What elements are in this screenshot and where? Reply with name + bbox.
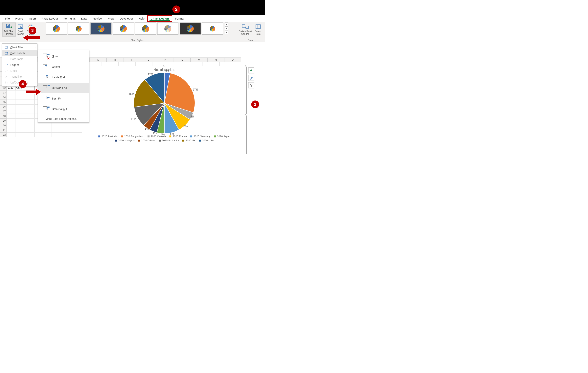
svg-rect-0 <box>6 24 10 28</box>
col-L[interactable]: L <box>174 58 190 62</box>
menu-center[interactable]: Center <box>38 61 89 72</box>
tab-insert[interactable]: Insert <box>26 16 39 21</box>
style-thumb-1[interactable] <box>46 22 67 35</box>
svg-rect-33 <box>46 75 48 76</box>
chart-styles-gallery[interactable]: ▲ ▼ ▾ <box>46 22 228 35</box>
svg-rect-21 <box>5 53 7 55</box>
menu-outside-end[interactable]: Outside End <box>38 83 89 93</box>
tab-help[interactable]: Help <box>136 16 147 21</box>
legend-item[interactable]: 2020 France <box>169 135 187 138</box>
style-thumb-2[interactable] <box>68 22 89 35</box>
tab-developer[interactable]: Developer <box>117 16 136 21</box>
menu-best-fit[interactable]: Best Fit <box>38 93 89 104</box>
legend-item[interactable]: 2020 USA <box>199 139 214 142</box>
svg-rect-14 <box>242 25 245 27</box>
label-3: 3% <box>165 70 169 73</box>
arrow-right-icon <box>25 88 43 97</box>
chart-elements-button[interactable]: + <box>248 67 254 73</box>
menu-none[interactable]: None <box>38 51 89 61</box>
label-4b: 4% <box>161 133 165 136</box>
col-J[interactable]: J <box>140 58 157 62</box>
add-chart-element-button[interactable]: + Add Chart Element <box>2 22 16 37</box>
tab-home[interactable]: Home <box>12 16 26 21</box>
style-thumb-3[interactable] <box>90 22 112 35</box>
menu-data-table: Data Table› <box>2 56 37 62</box>
svg-rect-8 <box>21 27 22 28</box>
menu-data-callout[interactable]: Data Callout <box>38 104 89 114</box>
tab-file[interactable]: File <box>2 16 12 21</box>
col-G[interactable]: G <box>90 58 106 62</box>
chart-title[interactable]: No. of tourists <box>82 66 246 73</box>
add-element-menu: Chart Title› Data Labels› Data Table› Le… <box>2 43 37 86</box>
label-8b: 8% <box>170 132 174 135</box>
svg-text:+: + <box>10 25 12 29</box>
label-11: 11% <box>130 117 136 121</box>
svg-point-11 <box>31 25 32 26</box>
label-4d: 4% <box>145 127 148 131</box>
menu-data-labels[interactable]: Data Labels› <box>2 50 37 56</box>
chart-side-buttons: + <box>248 67 254 88</box>
arrow-left-icon <box>21 33 41 42</box>
tab-formulas[interactable]: Formulas <box>61 16 78 21</box>
group-data-label: Data <box>248 39 253 42</box>
legend-item[interactable]: 2020 Sri Lanka <box>159 139 179 142</box>
svg-rect-22 <box>7 52 8 53</box>
data-labels-menu: None Center Inside End Outside End Best … <box>38 50 89 122</box>
gallery-more[interactable]: ▾ <box>225 30 228 34</box>
menu-inside-end[interactable]: Inside End <box>38 72 89 83</box>
svg-rect-29 <box>47 54 50 55</box>
style-thumb-6[interactable] <box>157 22 178 35</box>
style-thumb-5[interactable] <box>135 22 156 35</box>
svg-rect-28 <box>7 82 7 83</box>
legend-item[interactable]: 2020 Germany <box>190 135 210 138</box>
col-I[interactable]: I <box>123 58 140 62</box>
chart-object[interactable]: No. of tourists 3% 27% 4% 8% 8% 4% 4% 4%… <box>82 66 247 154</box>
legend-item[interactable]: 2020 Others <box>138 139 155 142</box>
label-27: 27% <box>193 88 198 91</box>
style-thumb-4[interactable] <box>113 22 134 35</box>
tab-format[interactable]: Format <box>172 16 187 21</box>
callout-1: 1 <box>251 101 259 108</box>
switch-row-column-button[interactable]: Switch Row/ Column <box>238 22 253 37</box>
callout-4: 4 <box>19 80 27 88</box>
col-O[interactable]: O <box>224 58 241 62</box>
group-chart-styles: ▲ ▼ ▾ Chart Styles <box>38 22 236 42</box>
gallery-down[interactable]: ▼ <box>225 26 228 30</box>
svg-rect-16 <box>256 25 261 29</box>
col-K[interactable]: K <box>157 58 174 62</box>
svg-point-10 <box>29 25 31 26</box>
menu-trendline: Trendline› <box>2 74 37 80</box>
svg-rect-5 <box>18 24 23 25</box>
legend-item[interactable]: 2020 Malaysia <box>115 139 135 142</box>
svg-rect-7 <box>20 26 21 28</box>
tab-page-layout[interactable]: Page Layout <box>39 16 61 21</box>
svg-rect-26 <box>7 64 8 64</box>
tab-data[interactable]: Data <box>78 16 90 21</box>
legend-item[interactable]: 2020 Australia <box>98 135 118 138</box>
tab-review[interactable]: Review <box>90 16 105 21</box>
select-data-icon <box>255 23 262 30</box>
menu-chart-title[interactable]: Chart Title› <box>2 44 37 50</box>
select-data-label: Select Data <box>255 30 261 36</box>
select-data-button[interactable]: Select Data <box>253 22 263 37</box>
svg-rect-20 <box>5 47 7 47</box>
style-thumb-7[interactable] <box>180 22 201 35</box>
switch-row-col-icon <box>242 23 249 30</box>
col-N[interactable]: N <box>207 58 224 62</box>
chart-filter-button[interactable] <box>248 82 254 88</box>
legend-item[interactable]: 2020 Bangladesh <box>121 135 144 138</box>
style-thumb-8[interactable] <box>202 22 223 35</box>
menu-legend[interactable]: Legend› <box>2 62 37 68</box>
pie-chart[interactable]: 3% 27% 4% 8% 8% 4% 4% 4% 11% 16% 12% <box>134 73 195 133</box>
group-styles-label: Chart Styles <box>130 39 143 42</box>
gallery-up[interactable]: ▲ <box>225 22 228 26</box>
col-H[interactable]: H <box>106 58 123 62</box>
col-M[interactable]: M <box>190 58 207 62</box>
tab-chart-design[interactable]: Chart Design <box>147 15 172 22</box>
menu-more-options[interactable]: More Data Label Options... <box>38 116 89 121</box>
legend-item[interactable]: 2020 Japan <box>214 135 230 138</box>
tab-view[interactable]: View <box>105 16 117 21</box>
chart-styles-button[interactable] <box>248 75 254 81</box>
legend-item[interactable]: 2020 UK <box>182 139 196 142</box>
callout-2: 2 <box>172 5 180 13</box>
